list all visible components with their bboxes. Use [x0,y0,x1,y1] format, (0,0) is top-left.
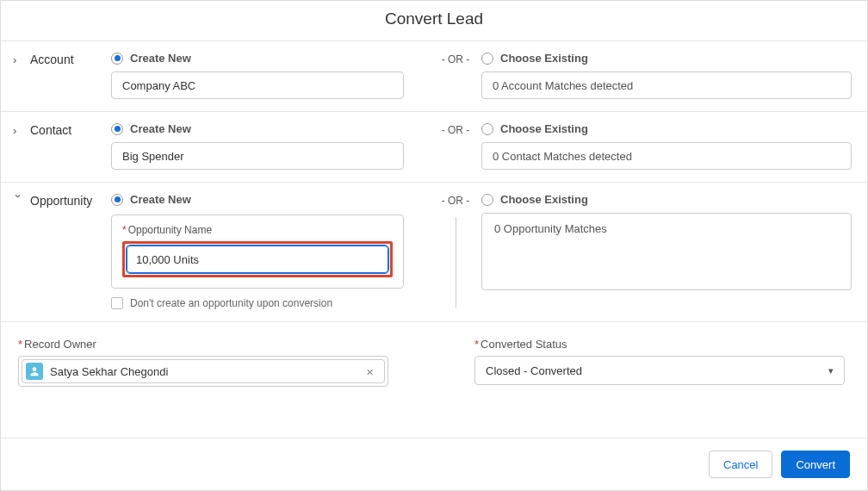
opportunity-name-input[interactable] [127,246,388,273]
close-icon[interactable]: × [363,364,377,379]
account-existing-col: Choose Existing 0 Account Matches detect… [481,52,855,99]
contact-name-input[interactable] [111,142,404,170]
cancel-button[interactable]: Cancel [709,451,772,478]
account-section-label: Account [25,52,111,66]
modal-footer: Cancel Convert [1,438,867,490]
converted-status-label: *Converted Status [474,338,850,351]
or-separator: - OR - [430,52,481,65]
convert-button[interactable]: Convert [781,451,850,478]
contact-matches-box[interactable]: 0 Contact Matches detected [481,142,852,170]
radio-icon [111,53,123,65]
record-owner-field: *Record Owner Satya Sekhar Chegondi × [18,338,388,387]
opportunity-name-label: *Opportunity Name [122,224,393,236]
account-section: › Account Create New - OR - Choose Exist… [1,40,867,111]
contact-existing-col: Choose Existing 0 Contact Matches detect… [481,122,855,170]
chevron-right-icon[interactable]: › [13,122,25,137]
person-icon [26,363,43,380]
opportunity-body: Create New *Opportunity Name Don't creat… [111,193,855,309]
opportunity-section: › Opportunity Create New *Opportunity Na… [1,182,867,321]
opportunity-name-box: *Opportunity Name [111,214,404,289]
chevron-down-icon[interactable]: › [12,195,27,207]
account-matches-text: 0 Account Matches detected [493,79,633,92]
or-separator: - OR - [430,193,481,309]
contact-matches-text: 0 Contact Matches detected [493,150,632,163]
radio-icon [111,194,123,206]
convert-lead-modal: Convert Lead › Account Create New - OR -… [0,0,868,491]
checkbox-label: Don't create an opportunity upon convers… [130,297,332,309]
radio-label: Create New [130,52,191,65]
account-create-col: Create New [111,52,430,99]
account-choose-existing-radio[interactable]: Choose Existing [481,52,855,65]
opportunity-matches-text: 0 Opportunity Matches [494,222,607,235]
radio-label: Choose Existing [500,52,588,65]
contact-create-new-radio[interactable]: Create New [111,122,430,135]
record-owner-label: *Record Owner [18,338,388,351]
account-name-input[interactable] [111,71,404,99]
radio-icon [481,123,493,135]
chevron-right-icon[interactable]: › [13,52,25,66]
contact-body: Create New - OR - Choose Existing 0 Cont… [111,122,855,170]
account-create-new-radio[interactable]: Create New [111,52,430,65]
opportunity-section-label: Opportunity [25,193,111,208]
modal-title: Convert Lead [1,1,867,40]
converted-status-field: *Converted Status Closed - Converted ▾ [474,338,850,387]
radio-icon [481,53,493,65]
radio-icon [111,123,123,135]
opportunity-create-new-radio[interactable]: Create New [111,193,430,206]
opportunity-existing-col: Choose Existing 0 Opportunity Matches [481,193,855,309]
chevron-down-icon: ▾ [828,365,834,376]
opportunity-create-col: Create New *Opportunity Name Don't creat… [111,193,430,309]
radio-label: Choose Existing [500,122,588,135]
radio-icon [481,194,493,206]
opportunity-matches-box[interactable]: 0 Opportunity Matches [481,213,852,290]
radio-label: Choose Existing [500,193,588,206]
contact-create-col: Create New [111,122,430,170]
dont-create-opportunity-checkbox[interactable]: Don't create an opportunity upon convers… [111,297,430,309]
opportunity-name-highlight [122,241,393,277]
checkbox-icon [111,297,123,309]
account-matches-box[interactable]: 0 Account Matches detected [481,71,852,99]
converted-status-select[interactable]: Closed - Converted ▾ [474,356,845,385]
required-star-icon: * [122,224,127,236]
radio-label: Create New [130,122,191,135]
account-body: Create New - OR - Choose Existing 0 Acco… [111,52,855,99]
contact-choose-existing-radio[interactable]: Choose Existing [481,122,855,135]
select-value: Closed - Converted [486,364,582,377]
radio-label: Create New [130,193,191,206]
required-star-icon: * [18,338,22,351]
record-owner-input[interactable]: Satya Sekhar Chegondi × [18,356,388,387]
owner-name: Satya Sekhar Chegondi [50,365,363,378]
required-star-icon: * [474,338,479,351]
contact-section: › Contact Create New - OR - Choose Exist… [1,111,867,182]
opportunity-choose-existing-radio[interactable]: Choose Existing [481,193,855,206]
svg-point-0 [33,367,37,371]
contact-section-label: Contact [25,122,111,137]
spacer [388,338,474,387]
bottom-fields: *Record Owner Satya Sekhar Chegondi × *C… [1,321,867,402]
owner-chip: Satya Sekhar Chegondi × [22,359,385,383]
or-separator: - OR - [430,122,481,136]
